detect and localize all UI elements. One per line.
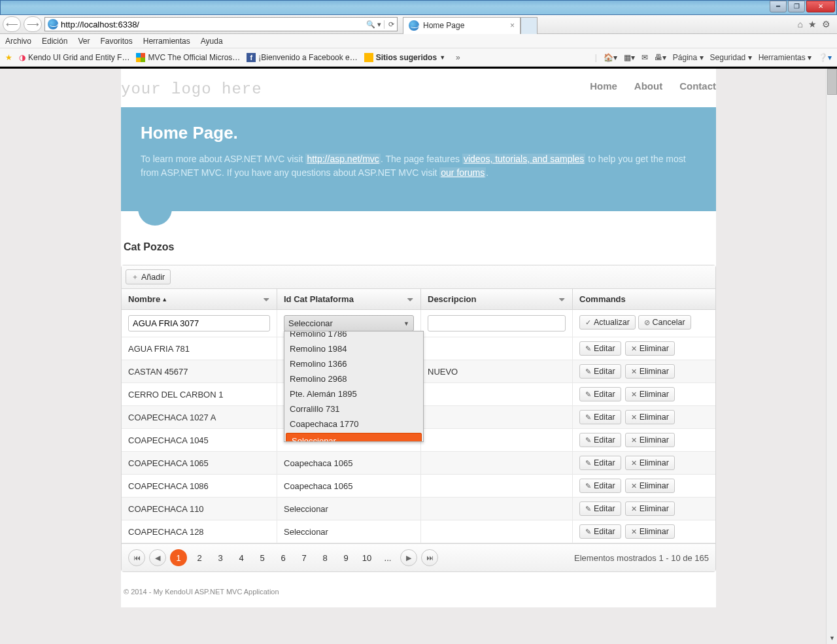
delete-button[interactable]: ✕Eliminar: [625, 456, 675, 470]
menu-ver[interactable]: Ver: [78, 37, 90, 46]
page-scrollbar[interactable]: ▲ ▼: [826, 69, 837, 644]
fav-kendo[interactable]: ◑ Kendo UI Grid and Entity F…: [19, 53, 129, 62]
address-bar[interactable]: 🔍 ▾ ⟳: [44, 17, 398, 31]
forward-button[interactable]: ⟶: [24, 16, 42, 32]
edit-button[interactable]: ✎Editar: [579, 433, 621, 447]
fav-facebook[interactable]: f ¡Bienvenido a Facebook e…: [247, 53, 357, 62]
delete-button[interactable]: ✕Eliminar: [625, 341, 675, 356]
cb-rss-icon[interactable]: ▦▾: [624, 53, 635, 62]
delete-button[interactable]: ✕Eliminar: [625, 364, 675, 379]
window-maximize-button[interactable]: ❐: [788, 1, 805, 12]
delete-button[interactable]: ✕Eliminar: [625, 479, 675, 493]
dropdown-option[interactable]: Pte. Alemán 1895: [284, 386, 423, 401]
refresh-button[interactable]: ⟳: [384, 20, 394, 29]
menu-archivo[interactable]: Archivo: [5, 37, 31, 46]
add-favorite-icon[interactable]: ★: [5, 53, 12, 62]
cb-help-icon[interactable]: ❔▾: [818, 53, 832, 62]
favorites-overflow[interactable]: »: [456, 53, 460, 62]
pager-page-button[interactable]: 9: [337, 549, 354, 566]
edit-descripcion-input[interactable]: [428, 315, 566, 331]
pager-page-button[interactable]: 10: [358, 549, 375, 566]
column-header-descripcion[interactable]: Descripcion ⏷: [421, 289, 573, 309]
column-header-plataforma[interactable]: Id Cat Plataforma ⏷: [277, 289, 421, 309]
link-videos-tutorials[interactable]: videos, tutorials, and samples: [462, 154, 585, 164]
delete-button[interactable]: ✕Eliminar: [625, 524, 675, 539]
edit-button[interactable]: ✎Editar: [579, 364, 621, 379]
dropdown-scroll[interactable]: Remolino 1786 Remolino 1984 Remolino 136…: [284, 331, 423, 441]
pager-page-button[interactable]: 4: [233, 549, 250, 566]
filter-icon[interactable]: ⏷: [263, 296, 270, 303]
cancel-button[interactable]: ⊘Cancelar: [638, 315, 691, 330]
delete-button[interactable]: ✕Eliminar: [625, 433, 675, 447]
plataforma-dropdown[interactable]: Seleccionar ▼ Remolino 1786 Remolino 198…: [284, 315, 414, 331]
dropdown-option-selected[interactable]: Seleccionar: [286, 433, 422, 441]
dropdown-option[interactable]: Remolino 1366: [284, 356, 423, 371]
nav-home[interactable]: Home: [590, 80, 617, 98]
edit-nombre-input[interactable]: [128, 315, 270, 331]
cb-seguridad[interactable]: Seguridad ▾: [710, 53, 752, 62]
tab-close-button[interactable]: ×: [510, 21, 515, 30]
pager-page-button[interactable]: 7: [296, 549, 313, 566]
new-tab-button[interactable]: [521, 17, 538, 34]
browser-tab-active[interactable]: Home Page ×: [403, 17, 521, 34]
dropdown-option[interactable]: Coapechaca 1770: [284, 416, 423, 432]
add-button[interactable]: ＋ Añadir: [126, 269, 171, 284]
pager-page-button[interactable]: 1: [170, 549, 187, 566]
column-header-nombre[interactable]: Nombre ▲ ⏷: [122, 289, 277, 309]
edit-button[interactable]: ✎Editar: [579, 479, 621, 493]
pager-next-button[interactable]: ▶: [400, 549, 417, 566]
link-aspnet-mvc[interactable]: http://asp.net/mvc: [305, 154, 381, 164]
window-minimize-button[interactable]: ━: [770, 1, 787, 12]
edit-button[interactable]: ✎Editar: [579, 341, 621, 356]
cb-print-icon[interactable]: 🖶▾: [655, 53, 666, 62]
cb-pagina[interactable]: Página ▾: [673, 53, 704, 62]
cb-mail-icon[interactable]: ✉: [641, 53, 648, 62]
fav-mvc[interactable]: MVC The Official Micros…: [136, 53, 240, 62]
home-icon[interactable]: ⌂: [798, 19, 803, 29]
scroll-down-icon[interactable]: ▼: [827, 633, 837, 644]
pager-page-button[interactable]: 3: [212, 549, 229, 566]
delete-button[interactable]: ✕Eliminar: [625, 501, 675, 516]
pager-page-button[interactable]: 6: [275, 549, 292, 566]
cb-herramientas[interactable]: Herramientas ▾: [759, 53, 811, 62]
cell-descripcion: NUEVO: [421, 360, 573, 382]
cell-commands: ✎Editar✕Eliminar: [573, 498, 715, 520]
dropdown-option[interactable]: Corralillo 731: [284, 401, 423, 416]
filter-icon[interactable]: ⏷: [407, 296, 414, 303]
favorites-icon[interactable]: ★: [808, 19, 817, 29]
window-close-button[interactable]: ✕: [806, 1, 835, 12]
edit-cell-descripcion: [421, 310, 573, 337]
pager-prev-button[interactable]: ◀: [149, 549, 166, 566]
menu-ayuda[interactable]: Ayuda: [201, 37, 223, 46]
dropdown-option[interactable]: Remolino 1786: [284, 331, 423, 341]
fav-sitios-sugeridos[interactable]: Sitios sugeridos ▼: [364, 53, 445, 62]
scroll-thumb[interactable]: [827, 69, 837, 95]
nav-contact[interactable]: Contact: [679, 80, 716, 98]
delete-button[interactable]: ✕Eliminar: [625, 410, 675, 424]
pager-page-button[interactable]: 5: [254, 549, 271, 566]
edit-button[interactable]: ✎Editar: [579, 524, 621, 539]
cb-home-icon[interactable]: 🏠▾: [604, 53, 617, 62]
link-our-forums[interactable]: our forums: [439, 167, 486, 178]
filter-icon[interactable]: ⏷: [558, 296, 566, 303]
dropdown-option[interactable]: Remolino 2968: [284, 371, 423, 386]
menu-edicion[interactable]: Edición: [42, 37, 67, 46]
pager-page-button[interactable]: ...: [379, 549, 396, 566]
nav-about[interactable]: About: [634, 80, 662, 98]
update-button[interactable]: ✓Actualizar: [579, 315, 636, 330]
pager-page-button[interactable]: 8: [316, 549, 333, 566]
delete-button[interactable]: ✕Eliminar: [625, 387, 675, 401]
pager-first-button[interactable]: ⏮: [128, 549, 145, 566]
tools-icon[interactable]: ⚙: [822, 19, 830, 29]
edit-button[interactable]: ✎Editar: [579, 387, 621, 401]
url-input[interactable]: [61, 20, 364, 29]
menu-herramientas[interactable]: Herramientas: [143, 37, 190, 46]
pager-page-button[interactable]: 2: [191, 549, 208, 566]
edit-button[interactable]: ✎Editar: [579, 410, 621, 424]
menu-favoritos[interactable]: Favoritos: [100, 37, 132, 46]
back-button[interactable]: ⟵: [3, 16, 21, 32]
edit-button[interactable]: ✎Editar: [579, 501, 621, 516]
edit-button[interactable]: ✎Editar: [579, 456, 621, 470]
dropdown-option[interactable]: Remolino 1984: [284, 341, 423, 356]
pager-last-button[interactable]: ⏭: [421, 549, 438, 566]
